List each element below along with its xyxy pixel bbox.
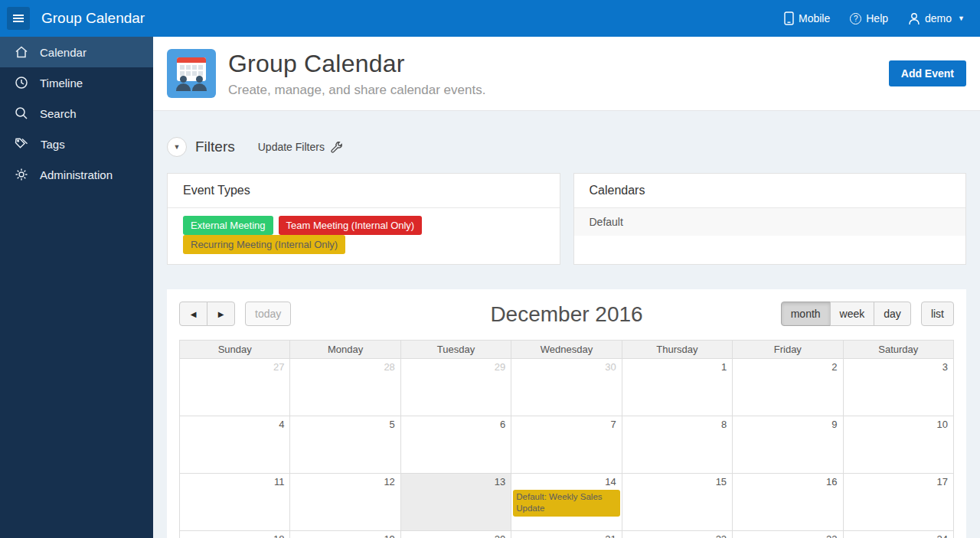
day-number: 22 [622,531,732,538]
day-cell[interactable]: 30 [511,359,622,416]
day-cell[interactable]: 4 [180,416,290,474]
next-month-button[interactable]: ▶ [207,302,235,326]
calendars-title: Calendars [574,174,966,208]
day-cell[interactable]: 19 [290,531,400,538]
today-button[interactable]: today [245,302,291,326]
day-number: 23 [733,531,842,538]
tags-icon [15,137,29,151]
day-cell[interactable]: 23 [733,531,843,538]
search-icon [15,106,28,120]
prev-month-button[interactable]: ◀ [179,302,207,326]
event-type-tag[interactable]: Recurring Meeting (Internal Only) [183,235,345,254]
calendar-week-row: 11 12 13 14 Default: Weekly Sales Update… [180,474,954,531]
sidebar-item-timeline[interactable]: Timeline [0,67,153,98]
day-cell[interactable]: 5 [290,416,400,474]
calendar-week-row: 27 28 29 30 1 2 3 [180,359,954,416]
gear-icon [15,168,28,181]
day-cell[interactable]: 17 [843,474,953,531]
calendar-week-row: 18 Default: All Hands Meeting 19 20 [All… [180,531,954,538]
day-number: 16 [733,474,842,489]
day-cell[interactable]: 27 [180,359,290,416]
sidebar-item-search[interactable]: Search [0,98,153,129]
filter-panels: Event Types External MeetingTeam Meeting… [167,173,966,265]
calendar-event[interactable]: Default: Weekly Sales Update [513,490,619,517]
sidebar-item-calendar[interactable]: Calendar [0,37,153,67]
day-cell[interactable]: 18 Default: All Hands Meeting [180,531,290,538]
day-cell[interactable]: 16 [733,474,843,531]
day-cell[interactable]: 29 [400,359,511,416]
day-cell[interactable]: 24 [843,531,953,538]
day-cell[interactable]: 7 [511,416,622,474]
day-of-week-header: Monday [290,341,400,359]
help-link[interactable]: ? Help [850,12,888,24]
sidebar-item-label: Administration [40,168,113,181]
app-title: Group Calendar [41,10,145,27]
sidebar-item-administration[interactable]: Administration [0,159,153,190]
day-cell[interactable]: 8 [622,416,732,474]
day-cell[interactable]: 20 [All Day] Default: Sales [400,531,511,538]
day-number: 1 [622,359,732,374]
day-of-week-header: Sunday [180,341,290,359]
person-graphic [192,76,207,91]
mobile-link[interactable]: Mobile [784,11,830,25]
day-number: 9 [733,416,842,432]
day-cell[interactable]: 28 [290,359,400,416]
day-number: 17 [844,474,953,489]
day-number: 18 [180,531,289,538]
event-types-list: External MeetingTeam Meeting (Internal O… [168,208,560,264]
day-cell[interactable]: 10 [843,416,953,474]
calendar-list-item[interactable]: Default [574,208,966,236]
event-type-tag[interactable]: Team Meeting (Internal Only) [279,216,423,235]
filters-collapse-button[interactable]: ▼ [167,137,187,157]
day-cell[interactable]: 12 [290,474,400,531]
day-number: 2 [733,359,842,374]
day-cell[interactable]: 3 [843,359,953,416]
day-number: 24 [844,531,953,538]
sidebar-nav: Calendar Timeline Search [0,37,153,538]
day-of-week-header: Tuesday [400,341,511,359]
day-headers-row: SundayMondayTuesdayWednesdayThursdayFrid… [180,341,954,359]
day-of-week-header: Thursday [622,341,732,359]
view-button-week[interactable]: week [830,302,875,326]
update-filters-link[interactable]: Update Filters [258,141,343,154]
hamburger-menu-button[interactable] [7,7,30,30]
sidebar-item-label: Search [40,107,77,120]
filters-label: Filters [195,139,235,155]
day-number: 29 [401,359,511,374]
day-cell[interactable]: 9 [733,416,843,474]
day-cell[interactable]: 13 [400,474,511,531]
day-number: 10 [844,416,953,432]
main-area: Group Calendar Create, manage, and share… [153,37,980,538]
day-events: Default: Weekly Sales Update [511,490,621,517]
day-number: 27 [180,359,289,374]
event-types-panel: Event Types External MeetingTeam Meeting… [167,173,560,265]
sidebar-item-tags[interactable]: Tags [0,129,153,159]
view-switcher: monthweekday [781,302,911,326]
day-number: 5 [290,416,400,432]
page-title: Group Calendar [228,50,485,78]
view-button-month[interactable]: month [781,302,831,326]
day-cell[interactable]: 21 Default: Weekly Sales [511,531,622,538]
list-view-button[interactable]: list [921,302,954,326]
mobile-phone-icon [784,11,794,25]
page-subtitle: Create, manage, and share calendar event… [228,83,485,98]
day-number: 8 [622,416,732,432]
topbar-menu: Mobile ? Help demo ▼ [784,11,965,25]
calendar-week-row: 4 5 6 7 8 9 10 [180,416,954,474]
sidebar-item-label: Timeline [40,77,83,90]
person-graphic [176,76,191,91]
add-event-button[interactable]: Add Event [889,60,966,86]
day-cell[interactable]: 1 [622,359,732,416]
day-cell[interactable]: 6 [400,416,511,474]
day-cell[interactable]: 22 [622,531,732,538]
day-number: 19 [290,531,400,538]
calendar-widget: ◀ ▶ today monthweekday list December 201… [167,289,966,538]
view-button-day[interactable]: day [874,302,911,326]
home-icon [15,45,28,59]
event-type-tag[interactable]: External Meeting [183,216,273,235]
day-cell[interactable]: 11 [180,474,290,531]
day-cell[interactable]: 15 [622,474,732,531]
day-cell[interactable]: 2 [733,359,843,416]
day-cell[interactable]: 14 Default: Weekly Sales Update [511,474,622,531]
user-menu[interactable]: demo ▼ [908,12,965,25]
